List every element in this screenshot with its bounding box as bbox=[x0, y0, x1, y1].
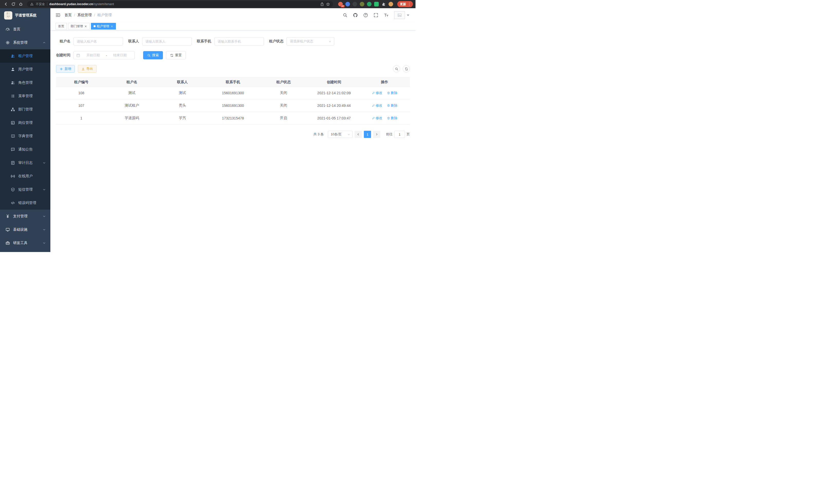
menu-list-icon bbox=[11, 94, 15, 98]
column-header-tenant-id[interactable]: 租户编号 bbox=[56, 78, 107, 87]
date-range-picker[interactable]: 开始日期 - 结束日期 bbox=[74, 51, 135, 59]
font-size-icon[interactable] bbox=[384, 13, 389, 18]
search-icon[interactable] bbox=[343, 13, 347, 18]
goto-page-input[interactable] bbox=[394, 131, 405, 138]
user-avatar-dropdown[interactable] bbox=[394, 11, 409, 19]
status-select[interactable]: 请选择租户状态 bbox=[287, 37, 334, 46]
reset-button[interactable]: 重置 bbox=[166, 51, 186, 59]
monitor-icon bbox=[6, 228, 10, 232]
avatar bbox=[394, 11, 405, 19]
extension-icon-dark[interactable] bbox=[352, 2, 357, 6]
help-icon[interactable] bbox=[363, 13, 368, 18]
sidebar-toggle-icon[interactable] bbox=[56, 13, 60, 18]
sidebar-item-error-code[interactable]: 错误码管理 bbox=[0, 196, 50, 210]
sidebar-item-role[interactable]: 角色管理 bbox=[0, 76, 50, 89]
cell-created: 2021-01-05 17:03:47 bbox=[309, 112, 360, 125]
sidebar-item-notice[interactable]: 通知公告 bbox=[0, 143, 50, 156]
close-icon[interactable] bbox=[84, 25, 87, 28]
tab-tenant[interactable]: 租户管理 bbox=[91, 23, 116, 30]
sidebar-item-infra[interactable]: 基础设施 bbox=[0, 223, 50, 236]
tenant-name-input[interactable] bbox=[74, 37, 123, 46]
date-end-input[interactable]: 结束日期 bbox=[108, 53, 132, 58]
edit-button[interactable]: 修改 bbox=[372, 91, 382, 95]
breadcrumb-separator: / bbox=[94, 13, 95, 17]
fullscreen-icon[interactable] bbox=[374, 13, 378, 18]
org-tree-icon bbox=[11, 108, 15, 112]
browser-menu-icon[interactable] bbox=[408, 2, 410, 6]
extensions-puzzle-icon[interactable] bbox=[381, 2, 386, 6]
cell-status: 关闭 bbox=[258, 87, 309, 99]
delete-button[interactable]: 删除 bbox=[387, 116, 398, 120]
sidebar-item-dev-tools[interactable]: 研发工具 bbox=[0, 236, 50, 250]
edit-button[interactable]: 修改 bbox=[372, 116, 382, 120]
tab-home[interactable]: 首页 bbox=[56, 23, 67, 30]
filter-status: 租户状态 请选择租户状态 bbox=[269, 37, 334, 46]
phone-input[interactable] bbox=[214, 37, 264, 46]
sidebar-item-post[interactable]: 岗位管理 bbox=[0, 116, 50, 129]
column-header-status[interactable]: 租户状态 bbox=[258, 78, 309, 87]
sidebar-item-user[interactable]: 用户管理 bbox=[0, 63, 50, 76]
users-icon bbox=[11, 54, 15, 58]
sidebar-item-dept[interactable]: 部门管理 bbox=[0, 103, 50, 116]
address-bar[interactable]: 不安全 dashboard.yudao.iocoder.cn/system/te… bbox=[27, 1, 333, 7]
date-start-input[interactable]: 开始日期 bbox=[81, 53, 105, 58]
page-1-button[interactable]: 1 bbox=[364, 131, 371, 138]
contact-input[interactable] bbox=[142, 37, 192, 46]
delete-button[interactable]: 删除 bbox=[387, 91, 398, 95]
cell-contact: 秃头 bbox=[157, 99, 208, 112]
column-header-created[interactable]: 创建时间 bbox=[309, 78, 360, 87]
sidebar-logo[interactable]: 芋道管理系统 bbox=[0, 8, 50, 23]
extensions-area: 10 bbox=[336, 2, 395, 6]
sidebar-item-dict[interactable]: 字典管理 bbox=[0, 129, 50, 143]
users-icon bbox=[11, 81, 15, 85]
next-page-button[interactable] bbox=[373, 131, 380, 138]
edit-icon bbox=[372, 117, 375, 120]
sidebar-item-sms[interactable]: 短信管理 bbox=[0, 183, 50, 196]
sidebar-item-audit-log[interactable]: 审计日志 bbox=[0, 156, 50, 170]
tab-dept[interactable]: 部门管理 bbox=[68, 23, 90, 30]
extension-icon-chat[interactable] bbox=[374, 2, 379, 6]
add-button[interactable]: 新增 bbox=[56, 65, 75, 73]
column-header-phone[interactable]: 联系手机 bbox=[208, 78, 258, 87]
edit-button[interactable]: 修改 bbox=[372, 103, 382, 108]
browser-update-button[interactable]: 更新 bbox=[397, 1, 413, 7]
sidebar-item-payment[interactable]: 支付管理 bbox=[0, 210, 50, 223]
reload-button[interactable] bbox=[10, 1, 17, 7]
bookmark-star-icon[interactable] bbox=[326, 2, 330, 6]
extension-icon-green[interactable] bbox=[367, 2, 372, 6]
sidebar-item-system[interactable]: 系统管理 bbox=[0, 36, 50, 49]
extension-icon-olive[interactable] bbox=[360, 2, 364, 6]
sidebar-item-tenant[interactable]: 租户管理 bbox=[0, 49, 50, 63]
delete-button[interactable]: 删除 bbox=[387, 103, 398, 108]
back-button[interactable] bbox=[3, 1, 9, 7]
sidebar-item-menu[interactable]: 菜单管理 bbox=[0, 89, 50, 103]
extension-icon-red[interactable]: 10 bbox=[338, 2, 343, 6]
search-button[interactable]: 搜索 bbox=[143, 51, 163, 59]
share-icon[interactable] bbox=[320, 2, 324, 6]
chevron-right-icon bbox=[375, 133, 378, 136]
extension-icon-blue[interactable] bbox=[345, 2, 350, 6]
profile-avatar-icon[interactable] bbox=[389, 2, 393, 6]
home-button[interactable] bbox=[18, 1, 24, 7]
online-icon bbox=[11, 174, 15, 178]
refresh-table-button[interactable] bbox=[403, 65, 410, 72]
filter-phone: 联系手机 bbox=[197, 37, 264, 46]
breadcrumb-home[interactable]: 首页 bbox=[64, 13, 72, 18]
cell-phone: 17321315478 bbox=[208, 112, 258, 125]
cell-tenant-id: 107 bbox=[56, 99, 107, 112]
prev-page-button[interactable] bbox=[354, 131, 362, 138]
search-icon bbox=[147, 54, 150, 57]
sidebar-item-online-users[interactable]: 在线用户 bbox=[0, 170, 50, 183]
sidebar-item-home[interactable]: 首页 bbox=[0, 23, 50, 36]
export-button[interactable]: 导出 bbox=[78, 65, 96, 73]
breadcrumb-system[interactable]: 系统管理 bbox=[77, 13, 92, 18]
page-size-select[interactable]: 10条/页 bbox=[328, 131, 352, 138]
filter-row-2: 创建时间 开始日期 - 结束日期 搜索 重置 bbox=[56, 51, 410, 59]
column-header-contact[interactable]: 联系人 bbox=[157, 78, 208, 87]
column-header-tenant-name[interactable]: 租户名 bbox=[107, 78, 157, 87]
toggle-search-button[interactable] bbox=[393, 65, 400, 72]
url-domain: dashboard.yudao.iocoder.cn bbox=[49, 2, 93, 6]
github-icon[interactable] bbox=[353, 13, 358, 18]
cell-status: 开启 bbox=[258, 112, 309, 125]
close-icon[interactable] bbox=[111, 25, 113, 28]
